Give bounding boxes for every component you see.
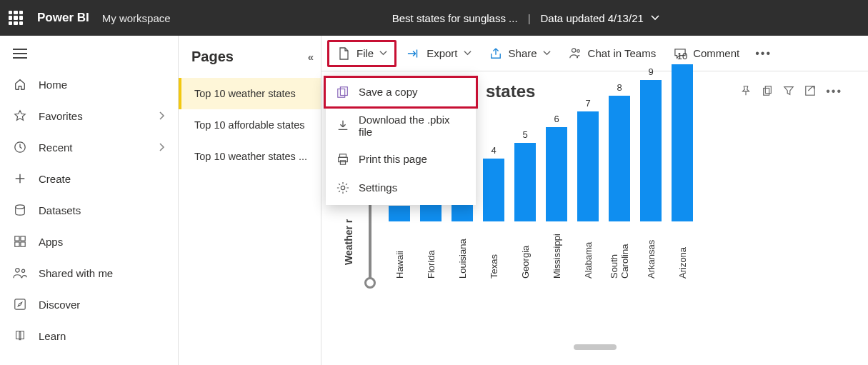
left-nav-rail: Home Favorites Recent Create [0,36,179,365]
star-icon [13,109,27,123]
export-menu-button[interactable]: Export [399,42,478,65]
svg-rect-11 [340,154,346,157]
file-label: File [356,47,374,59]
download-icon [336,119,350,133]
menu-settings[interactable]: Settings [326,174,476,202]
bar-category-label: Hawaii [394,226,405,279]
nav-item-discover[interactable]: Discover [0,289,178,320]
database-icon [13,203,27,217]
file-menu-button[interactable]: File [327,40,396,67]
chat-teams-button[interactable]: Chat in Teams [561,42,664,65]
workspace-name[interactable]: My workspace [102,12,171,24]
visual-more-icon[interactable]: ••• [826,85,842,98]
nav-item-datasets[interactable]: Datasets [0,194,178,226]
page-item-0[interactable]: Top 10 weather states [179,78,321,109]
bar-category-label: Louisiana [457,226,468,279]
bar-hawaii[interactable]: 1Hawaii [387,192,411,279]
bar-rect [672,64,693,221]
bar-value: 8 [617,82,622,93]
horizontal-scrollbar[interactable] [524,344,667,351]
bar-category-label: Mississippi [552,226,562,279]
clock-icon [13,140,27,154]
share-menu-button[interactable]: Share [482,42,558,65]
nav-item-favorites[interactable]: Favorites [0,100,178,131]
header-divider: | [528,12,531,24]
hamburger-icon[interactable] [13,49,27,59]
bar-category-label: Alabama [583,226,594,279]
svg-rect-17 [764,88,769,95]
svg-point-1 [16,205,25,209]
filter-icon[interactable] [783,85,794,98]
bar-south-carolina[interactable]: 8South Carolina [607,82,632,279]
page-item-1[interactable]: Top 10 affordable states [179,109,321,141]
bar-category-label: Arkansas [646,226,657,279]
nav-label: Home [39,79,67,91]
chevron-down-icon [379,49,387,57]
menu-download-pbix[interactable]: Download the .pbix file [326,106,476,145]
bar-rect [483,159,504,221]
menu-label: Download the .pbix file [359,114,466,138]
svg-rect-2 [15,236,19,241]
nav-label: Apps [39,236,63,248]
share-label: Share [509,47,537,59]
svg-point-16 [577,49,579,52]
nav-label: Datasets [39,204,81,216]
slider-handle-bottom[interactable] [364,277,376,289]
menu-save-copy[interactable]: Save a copy [326,78,476,106]
toolbar-more-icon[interactable]: ••• [749,43,777,64]
bar-texas[interactable]: 4Texas [482,145,506,279]
svg-point-6 [16,269,19,272]
teams-icon [568,46,582,61]
app-launcher-icon[interactable] [9,11,23,25]
menu-print[interactable]: Print this page [326,145,476,174]
svg-rect-3 [21,236,25,241]
bar-alabama[interactable]: 7Alabama [576,98,600,279]
gear-icon [336,181,350,195]
comment-label: Comment [693,47,739,59]
bar-category-label: Georgia [520,226,531,279]
bar-mississippi[interactable]: 6Mississippi [544,114,569,279]
bar-value: 5 [522,129,527,140]
nav-label: Shared with me [39,267,113,279]
bar-georgia[interactable]: 5Georgia [513,129,537,279]
bar-rect [389,206,410,221]
visual-title: states [486,81,535,101]
focus-icon[interactable] [804,85,816,98]
data-updated-label[interactable]: Data updated 4/13/21 [541,12,659,24]
nav-item-recent[interactable]: Recent [0,131,178,163]
file-dropdown: Save a copy Download the .pbix file P [326,75,476,205]
nav-item-shared[interactable]: Shared with me [0,257,178,289]
scrollbar-thumb[interactable] [574,344,617,350]
nav-item-apps[interactable]: Apps [0,226,178,257]
svg-rect-13 [340,160,345,164]
nav-item-create[interactable]: Create [0,163,178,194]
bar-value: 7 [585,98,590,109]
bar-rect [546,127,567,221]
nav-item-home[interactable]: Home [0,69,178,100]
nav-label: Create [39,173,71,185]
nav-label: Discover [39,299,80,311]
page-item-2[interactable]: Top 10 weather states ... [179,141,321,172]
bar-value: 6 [554,114,559,124]
collapse-pages-icon[interactable]: « [308,51,311,63]
svg-rect-4 [15,242,19,246]
copy-icon[interactable] [762,85,773,98]
bar-value: 9 [648,66,653,77]
chevron-down-icon [543,49,551,57]
report-name[interactable]: Best states for sunglass ... [392,12,518,24]
pin-icon[interactable] [740,85,752,98]
chat-label: Chat in Teams [588,47,657,59]
svg-rect-19 [806,86,814,95]
bar-category-label: Arizona [677,226,688,279]
menu-label: Print this page [359,153,427,165]
chevron-down-icon [464,49,472,57]
plus-icon [13,171,27,186]
bar-arizona[interactable]: 10Arizona [670,51,694,279]
nav-item-learn[interactable]: Learn [0,320,178,351]
bar-arkansas[interactable]: 9Arkansas [639,66,663,279]
bar-rect [609,96,630,221]
brand-label: Power BI [37,11,89,25]
pages-panel: Pages « Top 10 weather states Top 10 aff… [179,36,321,365]
document-icon [336,46,351,61]
bar-rect [577,111,599,221]
